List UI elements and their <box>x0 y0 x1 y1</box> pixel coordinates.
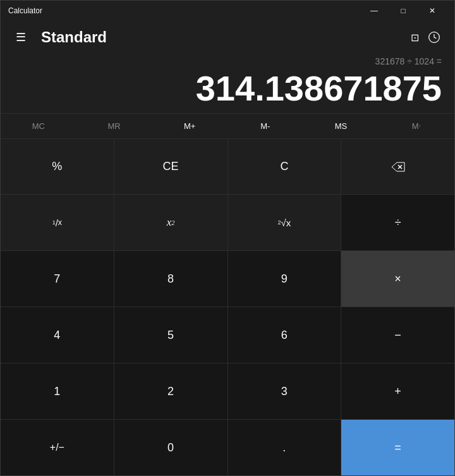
window-title: Calculator <box>8 6 360 15</box>
memory-store-button[interactable]: MS <box>303 114 379 138</box>
decimal-button[interactable]: . <box>228 420 341 475</box>
multiply-button[interactable]: × <box>341 251 454 307</box>
memory-add-button[interactable]: M+ <box>152 114 228 138</box>
title-bar: Calculator — □ ✕ <box>1 1 454 21</box>
seven-button[interactable]: 7 <box>1 251 114 307</box>
six-button[interactable]: 6 <box>228 307 341 363</box>
four-button[interactable]: 4 <box>1 307 114 363</box>
maximize-button[interactable]: □ <box>389 1 418 21</box>
equals-button[interactable]: = <box>341 420 454 475</box>
divide-button[interactable]: ÷ <box>341 195 454 250</box>
ce-button[interactable]: CE <box>114 139 228 195</box>
reciprocal-button[interactable]: 1/x <box>1 195 114 250</box>
subtract-button[interactable]: − <box>341 307 454 363</box>
hamburger-menu-icon[interactable]: ☰ <box>11 27 31 47</box>
square-button[interactable]: x2 <box>114 195 228 250</box>
memory-clear-button[interactable]: MC <box>1 114 76 138</box>
compact-mode-icon[interactable]: ⊡ <box>411 32 419 44</box>
two-button[interactable]: 2 <box>114 363 228 419</box>
negate-button[interactable]: +/− <box>1 420 114 475</box>
mode-title: Standard <box>41 28 411 46</box>
buttons-grid: % CE C 1/x x2 2√x ÷ 7 8 9 × 4 5 6 − 1 2 … <box>1 138 454 475</box>
history-icon[interactable] <box>424 27 444 47</box>
eight-button[interactable]: 8 <box>114 251 228 307</box>
nine-button[interactable]: 9 <box>228 251 341 307</box>
minimize-button[interactable]: — <box>360 1 389 21</box>
sqrt-button[interactable]: 2√x <box>228 195 341 250</box>
one-button[interactable]: 1 <box>1 363 114 419</box>
add-button[interactable]: + <box>341 363 454 419</box>
clear-button[interactable]: C <box>228 139 341 195</box>
close-button[interactable]: ✕ <box>418 1 447 21</box>
percent-button[interactable]: % <box>1 139 114 195</box>
five-button[interactable]: 5 <box>114 307 228 363</box>
calculator-window: Calculator — □ ✕ ☰ Standard ⊡ 321678 ÷ 1… <box>0 0 455 476</box>
app-header: ☰ Standard ⊡ <box>1 21 454 54</box>
title-bar-controls: — □ ✕ <box>360 1 447 21</box>
memory-subtract-button[interactable]: M- <box>228 114 303 138</box>
display-area: 321678 ÷ 1024 = 314.138671875 <box>1 54 454 113</box>
zero-button[interactable]: 0 <box>114 420 228 475</box>
three-button[interactable]: 3 <box>228 363 341 419</box>
memory-row: MC MR M+ M- MS M↑ <box>1 113 454 138</box>
memory-recall-button[interactable]: MR <box>76 114 152 138</box>
result-display: 314.138671875 <box>11 69 444 108</box>
memory-history-button[interactable]: M↑ <box>379 114 454 138</box>
backspace-button[interactable] <box>341 139 454 195</box>
expression-display: 321678 ÷ 1024 = <box>11 56 444 69</box>
